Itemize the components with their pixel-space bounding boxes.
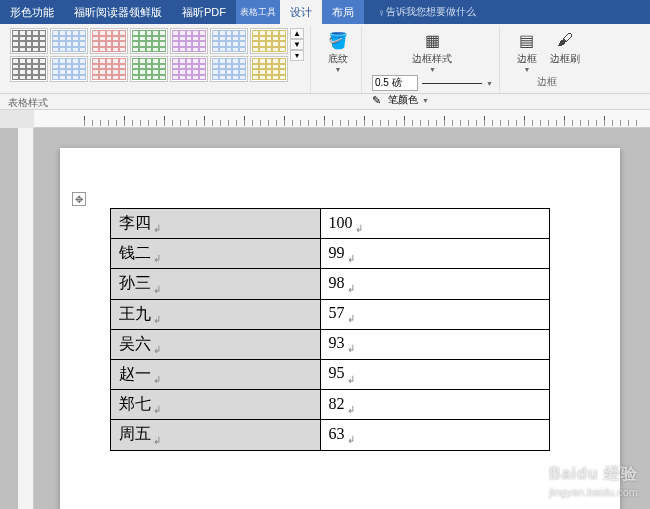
table-style-thumb[interactable]	[90, 56, 128, 82]
tell-me-input[interactable]: ♀ 告诉我您想要做什么	[368, 0, 486, 24]
gallery-down-icon[interactable]: ▼	[290, 39, 304, 50]
table-style-thumb[interactable]	[10, 28, 48, 54]
table-style-thumb[interactable]	[50, 28, 88, 54]
name-cell[interactable]: 李四↲	[111, 209, 321, 239]
table-row[interactable]: 钱二↲99↲	[111, 239, 550, 269]
score-cell[interactable]: 98↲	[320, 269, 550, 299]
table-style-thumb[interactable]	[130, 56, 168, 82]
chevron-down-icon[interactable]: ▼	[486, 80, 493, 87]
table-style-thumb[interactable]	[210, 28, 248, 54]
table-row[interactable]: 赵一↲95↲	[111, 359, 550, 389]
contextual-tab-label: 表格工具	[240, 6, 276, 19]
table-row[interactable]: 吴六↲93↲	[111, 329, 550, 359]
table-style-thumb[interactable]	[10, 56, 48, 82]
tab-foxit-pdf[interactable]: 福昕PDF	[172, 0, 236, 24]
tab-foxit-reader[interactable]: 福昕阅读器领鲜版	[64, 0, 172, 24]
pen-color-label[interactable]: 笔颜色	[388, 93, 418, 107]
table-style-thumb[interactable]	[250, 56, 288, 82]
border-preview	[422, 83, 482, 84]
document-area: ✥ 李四↲100↲钱二↲99↲孙三↲98↲王九↲57↲吴六↲93↲赵一↲95↲郑…	[0, 128, 650, 509]
ribbon: ▲ ▼ ▾ 🪣 底纹 ▼ ▦ 边框样式 ▼ 0.5 磅 ▼ ✎ 笔颜色 ▼	[0, 24, 650, 94]
table-style-gallery[interactable]	[10, 28, 288, 82]
table-style-thumb[interactable]	[170, 28, 208, 54]
shading-label: 底纹	[328, 52, 348, 66]
score-cell[interactable]: 82↲	[320, 390, 550, 420]
shading-button[interactable]: 🪣 底纹 ▼	[321, 28, 355, 75]
name-cell[interactable]: 钱二↲	[111, 239, 321, 269]
vertical-ruler[interactable]	[18, 128, 34, 509]
gallery-up-icon[interactable]: ▲	[290, 28, 304, 39]
border-painter-label: 边框刷	[550, 52, 580, 66]
name-cell[interactable]: 赵一↲	[111, 359, 321, 389]
watermark: Baidu 经验 jingyan.baidu.com	[549, 464, 638, 499]
borders-button[interactable]: ▤ 边框 ▼	[510, 28, 544, 75]
border-styles-label: 边框样式	[412, 52, 452, 66]
data-table[interactable]: 李四↲100↲钱二↲99↲孙三↲98↲王九↲57↲吴六↲93↲赵一↲95↲郑七↲…	[110, 208, 550, 451]
border-styles-button[interactable]: ▦ 边框样式 ▼	[408, 28, 456, 75]
table-style-thumb[interactable]	[170, 56, 208, 82]
tab-layout[interactable]: 布局	[322, 0, 364, 24]
paint-bucket-icon: 🪣	[328, 30, 348, 50]
gallery-scroll[interactable]: ▲ ▼ ▾	[290, 28, 304, 61]
chevron-down-icon: ▼	[429, 66, 436, 73]
name-cell[interactable]: 周五↲	[111, 420, 321, 450]
border-styles-icon: ▦	[422, 30, 442, 50]
page: ✥ 李四↲100↲钱二↲99↲孙三↲98↲王九↲57↲吴六↲93↲赵一↲95↲郑…	[60, 148, 620, 509]
score-cell[interactable]: 63↲	[320, 420, 550, 450]
table-style-thumb[interactable]	[90, 28, 128, 54]
table-move-handle[interactable]: ✥	[72, 192, 86, 206]
table-style-thumb[interactable]	[50, 56, 88, 82]
chevron-down-icon: ▼	[335, 66, 342, 73]
table-row[interactable]: 郑七↲82↲	[111, 390, 550, 420]
score-cell[interactable]: 57↲	[320, 299, 550, 329]
table-style-thumb[interactable]	[210, 56, 248, 82]
ribbon-tabs: 形色功能 福昕阅读器领鲜版 福昕PDF 表格工具 设计 布局 ♀ 告诉我您想要做…	[0, 0, 650, 24]
border-painter-button[interactable]: 🖌 边框刷	[546, 28, 584, 75]
score-cell[interactable]: 100↲	[320, 209, 550, 239]
borders-icon: ▤	[517, 30, 537, 50]
score-cell[interactable]: 99↲	[320, 239, 550, 269]
name-cell[interactable]: 郑七↲	[111, 390, 321, 420]
chevron-down-icon: ▼	[523, 66, 530, 73]
table-row[interactable]: 孙三↲98↲	[111, 269, 550, 299]
group-label-borders: 边框	[537, 75, 557, 91]
pen-color-icon: ✎	[372, 94, 384, 106]
score-cell[interactable]: 93↲	[320, 329, 550, 359]
gallery-more-icon[interactable]: ▾	[290, 50, 304, 61]
table-row[interactable]: 王九↲57↲	[111, 299, 550, 329]
name-cell[interactable]: 吴六↲	[111, 329, 321, 359]
chevron-down-icon[interactable]: ▼	[422, 97, 429, 104]
border-painter-icon: 🖌	[555, 30, 575, 50]
name-cell[interactable]: 孙三↲	[111, 269, 321, 299]
tab-features[interactable]: 形色功能	[0, 0, 64, 24]
table-row[interactable]: 周五↲63↲	[111, 420, 550, 450]
horizontal-ruler[interactable]	[34, 110, 650, 128]
table-style-thumb[interactable]	[130, 28, 168, 54]
borders-label: 边框	[517, 52, 537, 66]
table-row[interactable]: 李四↲100↲	[111, 209, 550, 239]
table-style-thumb[interactable]	[250, 28, 288, 54]
border-weight-select[interactable]: 0.5 磅	[372, 75, 418, 91]
style-name-row: 表格样式	[0, 94, 650, 110]
score-cell[interactable]: 95↲	[320, 359, 550, 389]
name-cell[interactable]: 王九↲	[111, 299, 321, 329]
tab-design[interactable]: 设计	[280, 0, 322, 24]
